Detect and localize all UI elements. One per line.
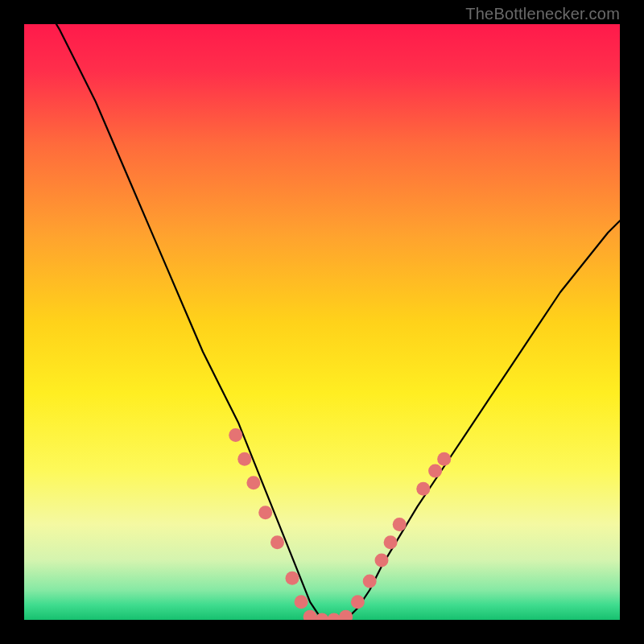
data-marker xyxy=(229,428,242,442)
data-markers xyxy=(229,428,451,620)
data-marker xyxy=(437,452,451,466)
chart-svg xyxy=(24,24,620,620)
data-marker xyxy=(303,610,317,620)
bottleneck-curve xyxy=(24,24,620,620)
data-marker xyxy=(270,535,284,549)
chart-frame: TheBottlenecker.com xyxy=(0,0,644,644)
data-marker xyxy=(339,610,353,620)
data-marker xyxy=(237,452,251,466)
data-marker xyxy=(363,574,377,588)
data-marker xyxy=(351,595,365,609)
data-marker xyxy=(428,464,442,478)
data-marker xyxy=(393,518,407,531)
plot-area xyxy=(24,24,620,620)
data-marker xyxy=(375,554,389,568)
attribution-label: TheBottlenecker.com xyxy=(465,5,620,23)
data-marker xyxy=(384,535,398,549)
data-marker xyxy=(246,476,260,489)
data-marker xyxy=(327,613,341,621)
data-marker xyxy=(286,572,299,585)
data-marker xyxy=(295,595,308,609)
data-marker xyxy=(416,482,430,496)
data-marker xyxy=(258,506,272,519)
